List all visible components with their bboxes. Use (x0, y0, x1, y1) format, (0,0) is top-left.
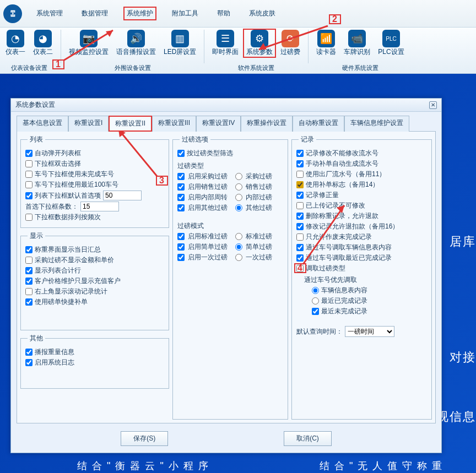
save-button[interactable]: 保存(S) (121, 431, 168, 446)
menu-system-manage[interactable]: 系统管理 (33, 7, 66, 20)
display-opt-1-label: 采购过磅不显示金额和单价 (35, 255, 114, 265)
cancel-button[interactable]: 取消(C) (284, 431, 332, 446)
menu-data-manage[interactable]: 数据管理 (78, 7, 111, 20)
sort-chk[interactable] (25, 214, 33, 221)
menu-help[interactable]: 帮助 (214, 7, 234, 20)
main-menu: 系统管理 数据管理 系统维护 附加工具 帮助 系统皮肤 (33, 7, 279, 20)
record-opt-7-chk[interactable] (296, 223, 304, 230)
ribbon-item-即时界面[interactable]: ☰即时界面 (209, 29, 242, 58)
record-opt-5-row: 已上传记录不可修改 (296, 201, 427, 210)
ribbon-item-语音播报设置[interactable]: 🔊语音播报设置 (113, 29, 159, 58)
record-opt-0-row: 记录修改不能修改流水号 (296, 149, 427, 158)
ribbon-item-读卡器[interactable]: 📶读卡器 (313, 29, 339, 58)
display-opt-5-chk[interactable] (25, 298, 33, 306)
weigh-type-radio-2[interactable] (235, 194, 242, 201)
bg-text: 对接 (450, 349, 476, 366)
display-opt-2-chk[interactable] (25, 267, 33, 274)
weigh-type-radio-0[interactable] (235, 173, 242, 180)
ribbon-item-LED屏设置[interactable]: ▥LED屏设置 (160, 29, 199, 58)
record-opt-11-label: 调取过磅类型 (306, 264, 345, 273)
ribbon-group-label: 硬件系统设置 (342, 64, 378, 73)
menu-skin[interactable]: 系统皮肤 (246, 7, 279, 20)
tab-1[interactable]: 称重设置I (68, 116, 109, 132)
weigh-type-chk-0[interactable] (177, 173, 185, 180)
menu-system-maintain[interactable]: 系统维护 (123, 7, 156, 20)
other-opt-1-chk[interactable] (25, 359, 33, 366)
weigh-type-chk-1[interactable] (177, 183, 185, 191)
listbox-opt-1-chk[interactable] (25, 160, 33, 167)
filter-label: 按过磅类型筛选 (187, 149, 233, 158)
record-subchk[interactable] (312, 308, 319, 315)
record-opt-8-chk[interactable] (296, 233, 304, 241)
priority-radio-0[interactable] (312, 287, 319, 294)
tab-body: 列表 自动弹开列表框下拉框双击选择车号下拉框使用未完成车号车号下拉框使用最近10… (17, 131, 436, 423)
default-item-row: 列表下拉框默认首选项 (25, 191, 164, 200)
ribbon-item-过磅费[interactable]: ⟳过磅费 (277, 29, 304, 58)
weigh-mode-chk-0[interactable] (177, 233, 185, 240)
weigh-mode-radio-1[interactable] (235, 243, 242, 251)
weigh-type-row-1: 启用销售过磅销售过磅 (177, 182, 283, 192)
display-opt-1-chk[interactable] (25, 257, 33, 264)
record-subchk-row: 最近未完成记录 (312, 307, 427, 316)
display-opt-3-row: 客户价格维护只显示充值客户 (25, 276, 164, 286)
listbox-opt-0-chk[interactable] (25, 150, 33, 157)
tab-2[interactable]: 称重设置II (109, 116, 152, 132)
ribbon-item-系统参数[interactable]: ⚙系统参数 (243, 29, 276, 58)
weigh-type-chk-label-0: 启用采购过磅 (188, 172, 228, 181)
ribbon-item-仪表一[interactable]: ◔仪表一 (2, 29, 29, 58)
weigh-mode-chk-2[interactable] (177, 254, 185, 261)
listbox-opt-2-chk[interactable] (25, 171, 33, 178)
display-legend: 显示 (28, 231, 45, 241)
record-opt-5-chk[interactable] (296, 202, 304, 209)
weigh-type-radio-3[interactable] (235, 204, 242, 211)
default-item-chk[interactable] (25, 192, 33, 199)
other-opt-0-chk[interactable] (25, 349, 33, 356)
ribbon-item-仪表二[interactable]: ◕仪表二 (30, 29, 56, 58)
record-opt-3-chk[interactable] (296, 181, 304, 188)
weigh-mode-radio-2[interactable] (235, 254, 242, 261)
weigh-mode-chk-1[interactable] (177, 243, 185, 251)
other-opt-1-row: 启用系统日志 (25, 358, 164, 367)
rows-count-input[interactable] (80, 202, 119, 211)
record-opt-9-chk[interactable] (296, 244, 304, 251)
tab-3[interactable]: 称重设置III (152, 116, 196, 132)
tab-4[interactable]: 称重设置IV (196, 116, 241, 132)
filter-chk[interactable] (177, 150, 185, 157)
tab-0[interactable]: 基本信息设置 (17, 116, 68, 132)
listbox-opt-0-label: 自动弹开列表框 (35, 149, 81, 158)
tab-5[interactable]: 称重操作设置 (241, 116, 293, 132)
default-item-input[interactable] (103, 191, 142, 200)
display-opt-0-chk[interactable] (25, 246, 33, 253)
ribbon-item-PLC设置[interactable]: PLCPLC设置 (375, 29, 407, 58)
weigh-type-chk-3[interactable] (177, 204, 185, 211)
bg-text: 结 合 " 无 人 值 守 称 重 (320, 459, 476, 472)
record-opt-11-chk[interactable] (296, 265, 304, 272)
menu-addon-tools[interactable]: 附加工具 (169, 7, 202, 20)
tab-7[interactable]: 车辆信息维护设置 (344, 116, 409, 132)
record-opt-10-chk[interactable] (296, 254, 304, 262)
ribbon-item-车牌识别[interactable]: 📹车牌识别 (340, 29, 374, 58)
listbox-opt-3-chk[interactable] (25, 181, 33, 188)
priority-radio-1[interactable] (312, 297, 319, 305)
weigh-type-chk-2[interactable] (177, 194, 185, 201)
ribbon-icon: ⚙ (251, 30, 268, 47)
listbox-opt-2-label: 车号下拉框使用未完成车号 (35, 170, 114, 179)
ribbon-item-视频监控设置[interactable]: 📷视频监控设置 (66, 29, 112, 58)
record-opt-4-chk[interactable] (296, 192, 304, 199)
ribbon-group-label: 外围设备设置 (115, 64, 151, 73)
query-time-select[interactable]: 一磅时间 (345, 326, 394, 337)
weigh-type-radio-1[interactable] (235, 183, 242, 191)
tab-6[interactable]: 自动称重设置 (293, 116, 344, 132)
record-opt-1-chk[interactable] (296, 160, 304, 167)
ribbon-item-label: 视频监控设置 (69, 47, 109, 57)
record-opt-2-row: 使用出厂流水号（备用11） (296, 170, 427, 179)
display-opt-4-chk[interactable] (25, 288, 33, 295)
close-icon[interactable]: ✕ (429, 101, 437, 109)
display-opt-3-chk[interactable] (25, 278, 33, 285)
weigh-type-chk-label-3: 启用其他过磅 (188, 203, 228, 213)
record-opt-6-chk[interactable] (296, 213, 304, 220)
record-opt-2-chk[interactable] (296, 171, 304, 178)
record-opt-10-label: 通过车号调取最近已完成记录 (306, 253, 392, 263)
record-opt-0-chk[interactable] (296, 150, 304, 157)
weigh-mode-radio-0[interactable] (235, 233, 242, 240)
